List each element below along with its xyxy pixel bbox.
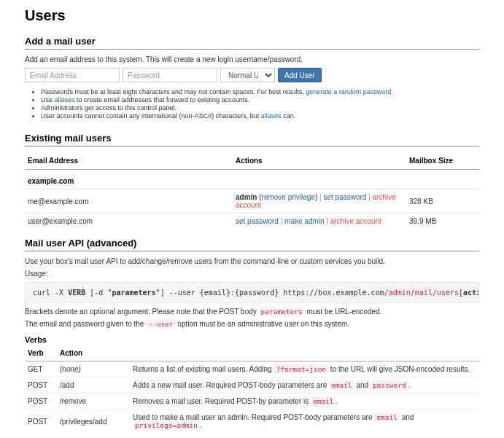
verb-cell: POST: [25, 394, 57, 410]
code-token: privilege=admin: [133, 421, 200, 430]
api-curl-example: curl -X VERB [-d "parameters"] --user {e…: [25, 282, 479, 303]
verb-cell: GET: [25, 361, 57, 378]
api-brackets-note: Brackets denote an optional argument. Pl…: [25, 308, 479, 316]
aliases-link-2[interactable]: aliases: [261, 112, 282, 120]
user-actions: admin (remove privilege) | set password …: [233, 189, 406, 214]
existing-users-heading: Existing mail users: [25, 133, 479, 146]
domain-row: example.com: [25, 170, 479, 189]
table-row: user@example.com set password | make adm…: [25, 214, 479, 230]
code-token: email: [374, 412, 400, 422]
hint-aliases: Use aliases to create email addresses th…: [41, 96, 479, 103]
generate-password-link[interactable]: generate a random password: [306, 88, 391, 95]
admin-badge: admin: [236, 193, 257, 201]
code-token: ?format=json: [274, 364, 328, 374]
archive-account-link[interactable]: archive account: [330, 217, 381, 225]
verb-cell: POST: [25, 410, 57, 434]
add-user-button[interactable]: Add User: [278, 68, 322, 82]
code-token: email: [329, 380, 354, 390]
action-cell: /add: [57, 378, 130, 394]
add-user-intro: Add an email address to this system. Thi…: [25, 55, 479, 63]
mailbox-size: 39.9 MB: [406, 214, 479, 230]
verb-row: POST/removeRemoves a mail user. Required…: [25, 394, 479, 410]
user-email: user@example.com: [25, 214, 233, 230]
user-actions: set password | make admin | archive acco…: [233, 214, 406, 230]
col-desc: [130, 345, 479, 361]
api-usage-label: Usage:: [25, 270, 479, 278]
set-password-link[interactable]: set password: [323, 193, 366, 201]
desc-cell: Adds a new mail user. Required POST-body…: [130, 378, 479, 394]
col-actions: Actions: [233, 152, 406, 170]
code-token: password: [371, 380, 408, 390]
remove-privilege-link[interactable]: remove privilege: [262, 193, 315, 201]
password-field[interactable]: [123, 68, 217, 82]
existing-users-table: Email Address Actions Mailbox Size examp…: [25, 152, 479, 229]
aliases-link[interactable]: aliases: [55, 96, 75, 103]
verbs-table: Verb Action GET(none)Returns a list of e…: [25, 345, 479, 433]
action-cell: /privileges/add: [57, 410, 130, 434]
col-email: Email Address: [25, 152, 233, 170]
verb-row: GET(none)Returns a list of existing mail…: [25, 361, 479, 378]
verb-cell: POST: [25, 378, 57, 394]
hint-password: Passwords must be at least eight charact…: [41, 88, 479, 95]
action-cell: (none): [57, 361, 130, 378]
add-user-heading: Add a mail user: [25, 36, 479, 50]
privilege-select[interactable]: Normal User: [220, 68, 275, 82]
desc-cell: Returns a list of existing mail users. A…: [130, 361, 479, 378]
user-email: me@example.com: [25, 189, 233, 214]
verb-row: POST/addAdds a new mail user. Required P…: [25, 378, 479, 394]
action-cell: /remove: [57, 394, 130, 410]
verb-row: POST/privileges/addUsed to make a mail u…: [25, 410, 479, 434]
page-title: Users: [25, 7, 479, 24]
mailbox-size: 328 KB: [406, 189, 479, 214]
code-token: email: [311, 396, 336, 406]
hint-admins: Administrators get access to this contro…: [41, 104, 479, 112]
api-intro: Use your box's mail user API to add/chan…: [25, 257, 479, 265]
col-size: Mailbox Size: [406, 152, 479, 170]
archive-account-link[interactable]: archive account: [236, 193, 396, 209]
api-user-note: The email and password given to the --us…: [25, 320, 479, 328]
email-field[interactable]: [25, 68, 120, 82]
code-parameters: parameters: [259, 307, 305, 316]
col-action: Action: [57, 345, 130, 361]
set-password-link[interactable]: set password: [236, 217, 279, 225]
table-row: me@example.com admin (remove privilege) …: [25, 189, 479, 214]
hint-intl: User accounts cannot contain any interna…: [41, 112, 479, 120]
col-verb: Verb: [25, 345, 57, 361]
desc-cell: Removes a mail user. Required POST-by pa…: [130, 394, 479, 410]
api-heading: Mail user API (advanced): [25, 238, 479, 251]
verbs-heading: Verbs: [25, 335, 479, 344]
code-user-flag: --user: [146, 319, 175, 329]
add-user-form: Normal User Add User: [25, 68, 479, 82]
domain-name: example.com: [25, 170, 479, 189]
add-user-hints: Passwords must be at least eight charact…: [25, 88, 479, 120]
desc-cell: Used to make a mail user an admin. Requi…: [130, 410, 479, 434]
make-admin-link[interactable]: make admin: [284, 217, 324, 225]
